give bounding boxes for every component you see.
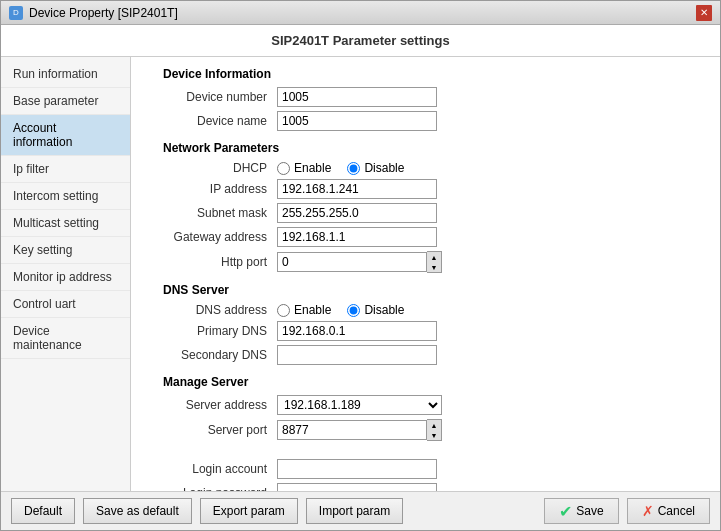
sidebar-item-multicast-setting[interactable]: Multicast setting: [1, 210, 130, 237]
http-port-up-button[interactable]: ▲: [427, 252, 441, 262]
server-address-select[interactable]: 192.168.1.189: [277, 395, 442, 415]
secondary-dns-input[interactable]: [277, 345, 437, 365]
server-address-row: Server address 192.168.1.189: [147, 395, 704, 415]
header-title: SIP2401T Parameter settings: [271, 33, 449, 48]
sidebar: Run information Base parameter Account i…: [1, 57, 131, 491]
dhcp-disable-radio[interactable]: [347, 162, 360, 175]
device-name-input[interactable]: [277, 111, 437, 131]
dns-disable-radio[interactable]: [347, 304, 360, 317]
gateway-row: Gateway address: [147, 227, 704, 247]
http-port-label: Http port: [147, 255, 277, 269]
sidebar-item-base-parameter[interactable]: Base parameter: [1, 88, 130, 115]
primary-dns-row: Primary DNS: [147, 321, 704, 341]
login-password-input[interactable]: [277, 483, 437, 491]
sidebar-item-ip-filter[interactable]: Ip filter: [1, 156, 130, 183]
sidebar-item-run-information[interactable]: Run information: [1, 61, 130, 88]
secondary-dns-label: Secondary DNS: [147, 348, 277, 362]
footer: Default Save as default Export param Imp…: [1, 491, 720, 530]
device-info-title: Device Information: [147, 67, 704, 81]
sidebar-item-control-uart[interactable]: Control uart: [1, 291, 130, 318]
close-button[interactable]: ✕: [696, 5, 712, 21]
subnet-mask-row: Subnet mask: [147, 203, 704, 223]
dhcp-enable-option[interactable]: Enable: [277, 161, 331, 175]
main-window: D Device Property [SIP2401T] ✕ SIP2401T …: [0, 0, 721, 531]
dns-disable-option[interactable]: Disable: [347, 303, 404, 317]
cancel-button[interactable]: ✗ Cancel: [627, 498, 710, 524]
primary-dns-input[interactable]: [277, 321, 437, 341]
dns-server-title: DNS Server: [147, 283, 704, 297]
dhcp-label: DHCP: [147, 161, 277, 175]
secondary-dns-row: Secondary DNS: [147, 345, 704, 365]
sidebar-item-key-setting[interactable]: Key setting: [1, 237, 130, 264]
export-param-button[interactable]: Export param: [200, 498, 298, 524]
subnet-mask-label: Subnet mask: [147, 206, 277, 220]
server-address-dropdown: 192.168.1.189: [277, 395, 442, 415]
sidebar-item-monitor-ip-address[interactable]: Monitor ip address: [1, 264, 130, 291]
sidebar-item-account-information[interactable]: Account information: [1, 115, 130, 156]
primary-dns-label: Primary DNS: [147, 324, 277, 338]
dhcp-enable-radio[interactable]: [277, 162, 290, 175]
login-password-row: Login password: [147, 483, 704, 491]
device-number-row: Device number: [147, 87, 704, 107]
dhcp-row: DHCP Enable Disable: [147, 161, 704, 175]
server-port-label: Server port: [147, 423, 277, 437]
cancel-x-icon: ✗: [642, 503, 654, 519]
import-param-button[interactable]: Import param: [306, 498, 403, 524]
main-form: Device Information Device number Device …: [131, 57, 720, 491]
title-bar-left: D Device Property [SIP2401T]: [9, 6, 178, 20]
http-port-spinner: ▲ ▼: [277, 251, 442, 273]
device-name-label: Device name: [147, 114, 277, 128]
dns-radio-group: Enable Disable: [277, 303, 404, 317]
dns-enable-radio[interactable]: [277, 304, 290, 317]
sidebar-item-intercom-setting[interactable]: Intercom setting: [1, 183, 130, 210]
dns-address-row: DNS address Enable Disable: [147, 303, 704, 317]
dns-enable-option[interactable]: Enable: [277, 303, 331, 317]
server-port-down-button[interactable]: ▼: [427, 430, 441, 440]
server-port-spinner: ▲ ▼: [277, 419, 442, 441]
ip-address-input[interactable]: [277, 179, 437, 199]
dhcp-disable-option[interactable]: Disable: [347, 161, 404, 175]
login-account-input[interactable]: [277, 459, 437, 479]
dhcp-radio-group: Enable Disable: [277, 161, 404, 175]
save-as-default-button[interactable]: Save as default: [83, 498, 192, 524]
content-area: Run information Base parameter Account i…: [1, 57, 720, 491]
gateway-label: Gateway address: [147, 230, 277, 244]
device-number-input[interactable]: [277, 87, 437, 107]
save-button[interactable]: ✔ Save: [544, 498, 618, 524]
gateway-input[interactable]: [277, 227, 437, 247]
page-header: SIP2401T Parameter settings: [1, 25, 720, 57]
network-params-title: Network Parameters: [147, 141, 704, 155]
login-account-label: Login account: [147, 462, 277, 476]
http-port-down-button[interactable]: ▼: [427, 262, 441, 272]
login-account-row: Login account: [147, 459, 704, 479]
ip-address-label: IP address: [147, 182, 277, 196]
device-name-row: Device name: [147, 111, 704, 131]
default-button[interactable]: Default: [11, 498, 75, 524]
subnet-mask-input[interactable]: [277, 203, 437, 223]
title-bar: D Device Property [SIP2401T] ✕: [1, 1, 720, 25]
server-port-up-button[interactable]: ▲: [427, 420, 441, 430]
http-port-row: Http port ▲ ▼: [147, 251, 704, 273]
save-check-icon: ✔: [559, 502, 572, 521]
window-title: Device Property [SIP2401T]: [29, 6, 178, 20]
server-port-row: Server port ▲ ▼: [147, 419, 704, 441]
server-port-input[interactable]: [277, 420, 427, 440]
device-number-label: Device number: [147, 90, 277, 104]
ip-address-row: IP address: [147, 179, 704, 199]
manage-server-title: Manage Server: [147, 375, 704, 389]
server-port-spinner-buttons: ▲ ▼: [427, 419, 442, 441]
app-icon: D: [9, 6, 23, 20]
server-address-label: Server address: [147, 398, 277, 412]
http-port-spinner-buttons: ▲ ▼: [427, 251, 442, 273]
dns-address-label: DNS address: [147, 303, 277, 317]
sidebar-item-device-maintenance[interactable]: Device maintenance: [1, 318, 130, 359]
http-port-input[interactable]: [277, 252, 427, 272]
